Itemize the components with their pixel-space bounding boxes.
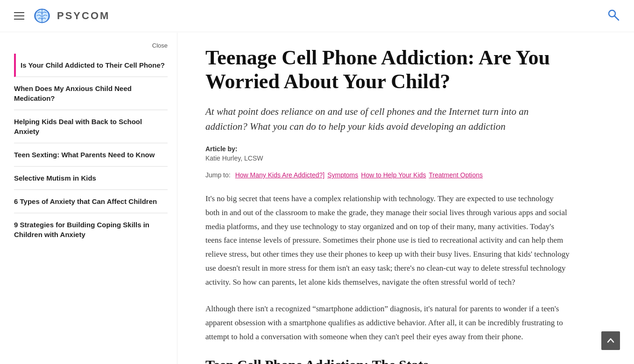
header-left: PSYCOM	[14, 5, 110, 27]
article-title: Teenage Cell Phone Addiction: Are You Wo…	[205, 46, 570, 93]
sidebar-item-1[interactable]: Is Your Child Addicted to Their Cell Pho…	[14, 54, 168, 77]
sidebar-item-title-7: 9 Strategies for Building Coping Skills …	[14, 220, 168, 239]
page-layout: Close Is Your Child Addicted to Their Ce…	[0, 32, 634, 364]
logo-text: PSYCOM	[57, 10, 110, 22]
sidebar-item-title-4: Teen Sexting: What Parents Need to Know	[14, 150, 168, 160]
site-logo[interactable]: PSYCOM	[31, 5, 110, 27]
site-header: PSYCOM	[0, 0, 634, 32]
sidebar-item-title-6: 6 Types of Anxiety that Can Affect Child…	[14, 196, 168, 206]
article-author: Katie Hurley, LCSW	[205, 154, 570, 162]
scroll-to-top-button[interactable]	[601, 331, 620, 350]
article-body-paragraph-2: Although there isn't a recognized “smart…	[205, 302, 570, 343]
svg-line-3	[615, 16, 619, 21]
sidebar-item-4[interactable]: Teen Sexting: What Parents Need to Know	[14, 143, 168, 167]
sidebar-item-title-2: When Does My Anxious Child Need Medicati…	[14, 84, 168, 103]
sidebar-item-3[interactable]: Helping Kids Deal with Back to School An…	[14, 110, 168, 143]
sidebar-item-2[interactable]: When Does My Anxious Child Need Medicati…	[14, 77, 168, 110]
jump-link-2[interactable]: Symptoms	[327, 171, 358, 179]
sidebar-item-title-5: Selective Mutism in Kids	[14, 173, 168, 183]
sidebar-item-title-3: Helping Kids Deal with Back to School An…	[14, 117, 168, 136]
jump-link-4[interactable]: Treatment Options	[429, 171, 483, 179]
sidebar-item-6[interactable]: 6 Types of Anxiety that Can Affect Child…	[14, 190, 168, 213]
jump-link-1[interactable]: How Many Kids Are Addicted?]	[235, 171, 324, 179]
search-button[interactable]	[607, 8, 620, 23]
sidebar-close-button[interactable]: Close	[14, 42, 168, 49]
hamburger-menu[interactable]	[14, 12, 24, 20]
article-by-label: Article by:	[205, 145, 570, 153]
jump-to-nav: Jump to: How Many Kids Are Addicted?] Sy…	[205, 171, 570, 179]
main-content: Teenage Cell Phone Addiction: Are You Wo…	[177, 32, 598, 364]
jump-to-label: Jump to:	[205, 171, 231, 179]
search-icon	[607, 8, 620, 21]
chevron-up-icon	[606, 336, 615, 345]
article-subtitle: At what point does reliance on and use o…	[205, 105, 570, 134]
jump-link-3[interactable]: How to Help Your Kids	[361, 171, 426, 179]
article-body-paragraph-1: It's no big secret that teens have a com…	[205, 192, 570, 289]
brain-icon	[31, 5, 53, 27]
sidebar-item-7[interactable]: 9 Strategies for Building Coping Skills …	[14, 213, 168, 246]
sidebar-item-5[interactable]: Selective Mutism in Kids	[14, 167, 168, 190]
sidebar-item-title-1: Is Your Child Addicted to Their Cell Pho…	[21, 60, 168, 70]
article-section-title: Teen Cell Phone Addiction: The Stats	[205, 357, 570, 364]
sidebar: Close Is Your Child Addicted to Their Ce…	[0, 33, 177, 364]
